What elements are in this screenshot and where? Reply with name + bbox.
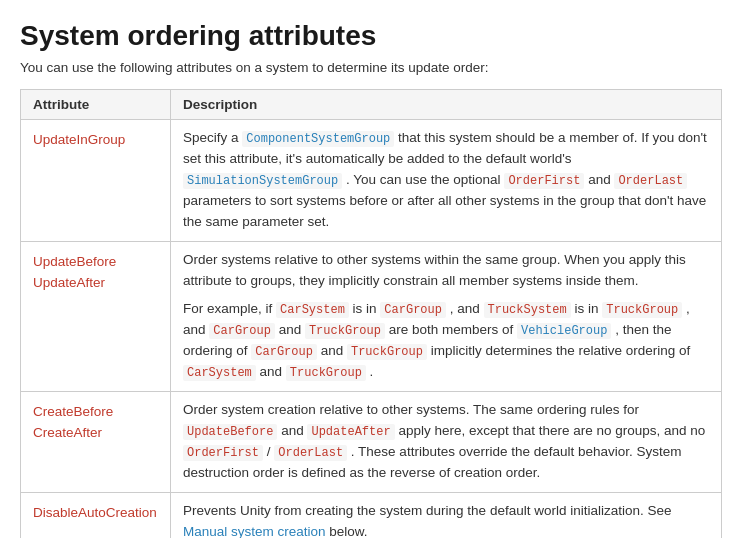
table-row: DisableAutoCreation Prevents Unity from … [21,492,722,538]
page-subtitle: You can use the following attributes on … [20,60,722,75]
attribute-cell: CreateBefore CreateAfter [21,392,171,493]
table-row: UpdateInGroup Specify a ComponentSystemG… [21,120,722,242]
col-header-description: Description [171,90,722,120]
description-cell: Order system creation relative to other … [171,392,722,493]
manual-system-creation-link[interactable]: Manual system creation [183,524,326,538]
table-row: UpdateBefore UpdateAfter Order systems r… [21,241,722,392]
table-row: CreateBefore CreateAfter Order system cr… [21,392,722,493]
attributes-table: Attribute Description UpdateInGroup Spec… [20,89,722,538]
attribute-cell: DisableAutoCreation [21,492,171,538]
description-cell: Specify a ComponentSystemGroup that this… [171,120,722,242]
description-cell: Prevents Unity from creating the system … [171,492,722,538]
attribute-cell: UpdateBefore UpdateAfter [21,241,171,392]
description-cell: Order systems relative to other systems … [171,241,722,392]
attribute-cell: UpdateInGroup [21,120,171,242]
col-header-attribute: Attribute [21,90,171,120]
page-title: System ordering attributes [20,20,722,52]
